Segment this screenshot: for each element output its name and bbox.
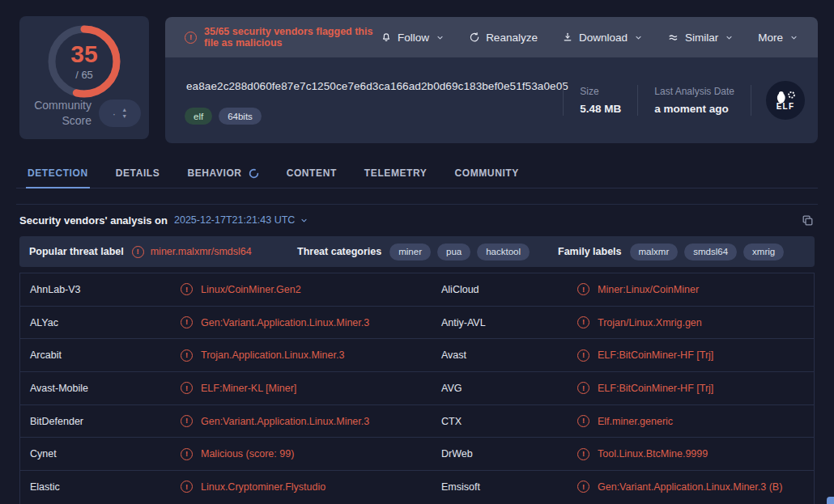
threat-categories-group: Threat categories minerpuahacktool <box>297 244 558 260</box>
tab-community[interactable]: COMMUNITY <box>453 159 520 188</box>
threat-label-bar: Popular threat label ! miner.malxmr/smds… <box>19 236 815 267</box>
detection-text: Gen:Variant.Application.Linux.Miner.3 <box>201 416 369 427</box>
alert-icon: ! <box>577 382 589 394</box>
vendor-name: BitDefender <box>20 416 181 427</box>
alert-icon: ! <box>577 283 589 295</box>
alert-icon: ! <box>577 415 589 427</box>
score-donut: 35 / 65 <box>45 23 123 100</box>
file-meta: Size 5.48 MB Last Analysis Date a moment… <box>563 57 805 143</box>
alert-icon: ! <box>185 32 197 44</box>
alert-icon: ! <box>181 382 193 394</box>
alert-icon: ! <box>577 481 589 493</box>
detection-text: Miner:Linux/CoinMiner <box>598 284 699 295</box>
detection-result: !Linux.Cryptominer.Flystudio <box>181 481 432 493</box>
detection-result: !Trojan.Application.Linux.Miner.3 <box>181 349 432 362</box>
tab-label: CONTENT <box>287 167 337 179</box>
detection-text: Trojan.Application.Linux.Miner.3 <box>201 349 344 361</box>
action-follow-button[interactable]: Follow <box>381 32 445 44</box>
vote-arrows-icon[interactable]: ▲▼ <box>121 107 127 121</box>
detection-result: !Malicious (score: 99) <box>181 448 432 460</box>
alert-icon: ! <box>181 316 193 328</box>
detection-result: !Miner:Linux/CoinMiner <box>577 283 814 295</box>
detection-text: Elf.miner.generic <box>598 416 673 427</box>
category-pill-hacktool[interactable]: hacktool <box>477 244 530 260</box>
vote-dot-icon: · <box>113 108 116 119</box>
copy-button[interactable] <box>801 214 815 227</box>
alert-icon: ! <box>181 415 193 427</box>
vendor-name: ALYac <box>20 317 181 328</box>
vendor-name: Arcabit <box>20 349 181 361</box>
detection-text: ELF:BitCoinMiner-HF [Trj] <box>598 349 713 361</box>
table-row: Cynet!Malicious (score: 99)DrWeb!Tool.Li… <box>20 437 814 470</box>
detection-result: !Gen:Variant.Application.Linux.Miner.3 <box>181 415 432 427</box>
corner-accent <box>827 497 834 504</box>
file-tag-64bits[interactable]: 64bits <box>219 108 262 125</box>
file-type-badge: ELF <box>766 81 805 120</box>
divider <box>16 204 818 205</box>
alert-icon: ! <box>181 283 193 295</box>
alert-icon: ! <box>181 349 193 362</box>
detection-text: Linux/CoinMiner.Gen2 <box>201 284 301 295</box>
alert-banner: ! 35/65 security vendors flagged this fi… <box>165 17 818 57</box>
file-header: ! 35/65 security vendors flagged this fi… <box>165 17 818 143</box>
action-reanalyze-button[interactable]: Reanalyze <box>469 32 538 44</box>
table-row: BitDefender!Gen:Variant.Application.Linu… <box>20 404 814 438</box>
detection-text: Tool.Linux.BtcMine.9999 <box>598 448 708 460</box>
detection-text: ELF:BitCoinMiner-HF [Trj] <box>598 383 713 394</box>
tab-detection[interactable]: DETECTION <box>26 159 90 188</box>
action-similar-button[interactable]: Similar <box>667 32 734 44</box>
file-type-label: ELF <box>777 102 795 111</box>
table-row: Arcabit!Trojan.Application.Linux.Miner.3… <box>20 338 814 371</box>
last-analysis-label: Last Analysis Date <box>654 86 734 97</box>
action-download-button[interactable]: Download <box>562 32 643 44</box>
table-row: Elastic!Linux.Cryptominer.FlystudioEmsis… <box>20 470 814 503</box>
detection-text: Linux.Cryptominer.Flystudio <box>201 481 326 493</box>
family-pill-malxmr[interactable]: malxmr <box>630 244 679 260</box>
chevron-icon <box>725 33 734 42</box>
file-tag-elf[interactable]: elf <box>185 108 212 125</box>
score-footer: Community Score · ▲▼ <box>28 98 141 129</box>
popular-threat-value[interactable]: ! miner.malxmr/smdsl64 <box>132 246 252 258</box>
detection-result: !ELF:BitCoinMiner-HF [Trj] <box>577 349 814 362</box>
table-row: ALYac!Gen:Variant.Application.Linux.Mine… <box>20 306 814 339</box>
similar-icon <box>667 32 679 44</box>
analysis-date-dropdown[interactable]: 2025-12-17T21:21:43 UTC <box>174 214 308 226</box>
vendor-name: AhnLab-V3 <box>20 284 181 295</box>
detection-text: Gen:Variant.Application.Linux.Miner.3 (B… <box>598 481 782 493</box>
tab-telemetry[interactable]: TELEMETRY <box>363 159 429 188</box>
action-label: Download <box>579 32 628 44</box>
analysis-header: Security vendors' analysis on 2025-12-17… <box>19 209 815 231</box>
alert-icon: ! <box>577 349 589 362</box>
family-pill-smdsl64[interactable]: smdsl64 <box>684 244 737 260</box>
action-label: Follow <box>398 32 429 44</box>
vendor-name: CTX <box>432 416 577 427</box>
last-analysis-block: Last Analysis Date a moment ago <box>638 86 751 115</box>
chevron-down-icon <box>300 216 308 225</box>
vendor-name: Avast <box>432 349 577 361</box>
banner-actions: FollowReanalyzeDownloadSimilarMore <box>381 32 798 44</box>
tab-label: DETECTION <box>28 167 88 179</box>
score-value-wrap: 35 / 65 <box>45 23 123 100</box>
vote-widget[interactable]: · ▲▼ <box>99 100 141 127</box>
detection-text: ELF:Miner-KL [Miner] <box>201 383 296 394</box>
alert-icon: ! <box>577 316 589 328</box>
family-pill-xmrig[interactable]: xmrig <box>743 244 784 260</box>
file-size-block: Size 5.48 MB <box>564 86 637 115</box>
alert-icon: ! <box>181 481 193 493</box>
vendor-name: AVG <box>432 383 577 394</box>
action-more-button[interactable]: More <box>758 32 798 44</box>
tab-content[interactable]: CONTENT <box>285 159 338 188</box>
category-pill-miner[interactable]: miner <box>389 244 431 260</box>
file-hash: ea8ae2c288d060fe87e7c1250ce7e6d3ca166ad2… <box>186 80 568 92</box>
spinner-icon <box>249 168 259 179</box>
detection-result: !Tool.Linux.BtcMine.9999 <box>577 448 814 460</box>
alert-icon: ! <box>132 246 144 258</box>
family-label-pills: malxmrsmdsl64xmrig <box>630 244 785 260</box>
detections-table: AhnLab-V3!Linux/CoinMiner.Gen2AliCloud!M… <box>19 273 815 504</box>
category-pill-pua[interactable]: pua <box>437 244 470 260</box>
tab-behavior[interactable]: BEHAVIOR <box>185 159 260 188</box>
tab-details[interactable]: DETAILS <box>114 159 162 188</box>
alert-text: 35/65 security vendors flagged this file… <box>204 26 381 49</box>
download-icon <box>562 32 573 43</box>
detection-text: Gen:Variant.Application.Linux.Miner.3 <box>201 317 369 328</box>
